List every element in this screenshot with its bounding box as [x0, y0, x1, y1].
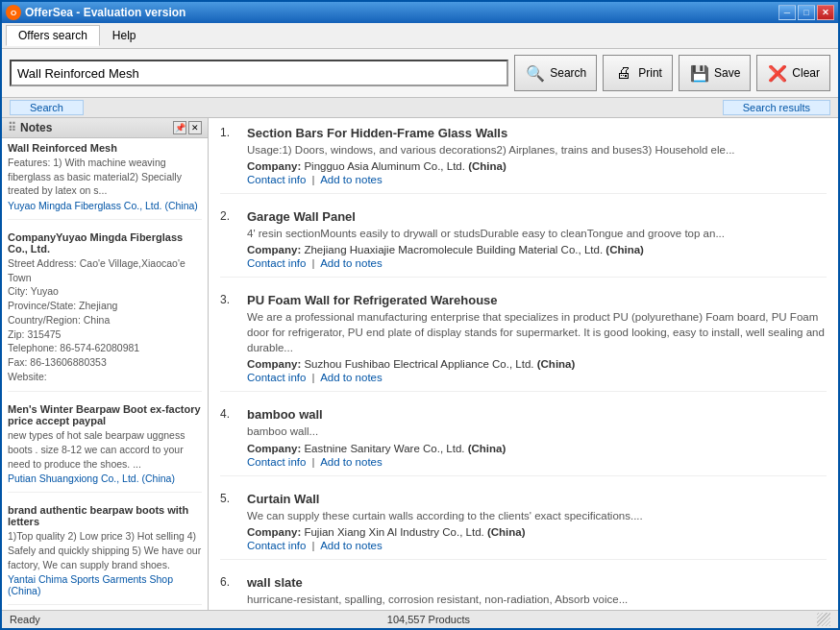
status-ready: Ready: [10, 614, 40, 625]
result-item-3: 4. bamboo wall bamboo wall... Company: E…: [220, 407, 827, 475]
contact-info-link-1[interactable]: Contact info: [247, 257, 306, 269]
save-icon: 💾: [689, 62, 710, 84]
tab-offers-search[interactable]: Offers search: [6, 25, 100, 46]
note-title-1: CompanyYuyao Mingda Fiberglass Co., Ltd.: [8, 231, 202, 254]
note-item-0: Wall Reinforced Mesh Features: 1) With m…: [8, 142, 202, 220]
print-button[interactable]: 🖨 Print: [603, 55, 673, 91]
minimize-button[interactable]: ─: [778, 5, 796, 20]
toolbar: 🔍 Search 🖨 Print 💾 Save ❌ Clear: [2, 49, 838, 98]
titlebar: O OfferSea - Evaluation version ─ □ ✕: [2, 2, 838, 23]
result-content-5: wall slate hurricane-resistant, spalling…: [247, 575, 827, 610]
link-sep-1: |: [312, 257, 315, 269]
result-item-5: 6. wall slate hurricane-resistant, spall…: [220, 575, 827, 610]
clear-label: Clear: [792, 66, 820, 80]
company-country-2: (China): [537, 358, 576, 370]
search-button[interactable]: 🔍 Search: [514, 55, 597, 91]
result-links-2: Contact info | Add to notes: [247, 372, 827, 383]
contact-info-link-2[interactable]: Contact info: [247, 372, 306, 383]
result-company-1: Company: Zhejiang Huaxiajie Macromolecul…: [247, 244, 827, 255]
add-to-notes-link-0[interactable]: Add to notes: [320, 174, 383, 185]
clear-icon: ❌: [767, 62, 788, 84]
note-body-3: 1)Top quality 2) Low price 3) Hot sellin…: [8, 529, 202, 571]
search-input[interactable]: [10, 60, 508, 86]
contact-info-link-0[interactable]: Contact info: [247, 174, 306, 185]
clear-button[interactable]: ❌ Clear: [756, 55, 830, 91]
app-window: O OfferSea - Evaluation version ─ □ ✕ Of…: [0, 0, 840, 630]
company-name-1: Zhejiang Huaxiajie Macromolecule Buildin…: [304, 244, 603, 255]
search-icon: 🔍: [525, 62, 546, 84]
search-tab-label[interactable]: Search: [10, 100, 84, 115]
result-content-3: bamboo wall bamboo wall... Company: East…: [247, 407, 827, 467]
contact-info-link-4[interactable]: Contact info: [247, 540, 306, 551]
result-company-0: Company: Pingguo Asia Aluminum Co., Ltd.…: [247, 160, 827, 172]
company-name-3: Eastnine Sanitary Ware Co., Ltd.: [304, 443, 464, 454]
tab-help[interactable]: Help: [100, 25, 149, 46]
maximize-button[interactable]: □: [798, 5, 815, 20]
result-content-2: PU Foam Wall for Refrigerated Warehouse …: [247, 293, 827, 383]
app-icon: O: [6, 5, 21, 20]
result-content-4: Curtain Wall We can supply these curtain…: [247, 492, 827, 551]
result-desc-3: bamboo wall...: [247, 424, 827, 439]
note-company-2: Putian Shuangxiong Co., Ltd. (China): [8, 472, 202, 484]
search-label: Search: [550, 66, 586, 80]
save-button[interactable]: 💾 Save: [679, 55, 751, 91]
company-label-4: Company:: [247, 526, 301, 538]
result-links-0: Contact info | Add to notes: [247, 174, 827, 185]
note-body-1: Street Address: Cao'e Village,Xiaocao'e …: [8, 256, 202, 383]
result-num-5: 6.: [220, 575, 239, 610]
window-title: OfferSea - Evaluation version: [25, 6, 185, 19]
link-sep-4: |: [312, 540, 315, 551]
result-num-1: 2.: [220, 209, 239, 269]
note-title-0: Wall Reinforced Mesh: [8, 142, 202, 154]
notes-header-left: ⠿ Notes: [8, 121, 52, 134]
result-desc-0: Usage:1) Doors, windows, and various dec…: [247, 142, 827, 158]
result-content-1: Garage Wall Panel 4' resin sectionMounts…: [247, 209, 827, 269]
link-sep-3: |: [312, 456, 315, 468]
resize-grip[interactable]: [817, 613, 830, 626]
add-to-notes-link-2[interactable]: Add to notes: [320, 372, 383, 383]
result-desc-2: We are a professional manufacturing ente…: [247, 309, 827, 355]
notes-pin-button[interactable]: 📌: [173, 121, 186, 134]
result-item-2: 3. PU Foam Wall for Refrigerated Warehou…: [220, 293, 827, 392]
result-links-1: Contact info | Add to notes: [247, 257, 827, 269]
add-to-notes-link-3[interactable]: Add to notes: [320, 456, 383, 468]
result-title-2: PU Foam Wall for Refrigerated Warehouse: [247, 293, 827, 307]
note-body-0: Features: 1) With machine weaving fiberg…: [8, 156, 202, 198]
result-title-1: Garage Wall Panel: [247, 209, 827, 224]
result-company-2: Company: Suzhou Fushibao Electrical Appl…: [247, 358, 827, 370]
link-sep-2: |: [312, 372, 315, 383]
company-country-0: (China): [468, 160, 506, 172]
notes-content: Wall Reinforced Mesh Features: 1) With m…: [2, 138, 208, 610]
company-label-0: Company:: [247, 160, 301, 172]
note-title-3: brand authentic bearpaw boots with lette…: [8, 504, 202, 527]
menubar: Offers search Help: [2, 23, 838, 49]
results-tab-label[interactable]: Search results: [723, 100, 830, 115]
results-scroll[interactable]: 1. Section Bars For Hidden-Frame Glass W…: [209, 118, 838, 610]
company-label-1: Company:: [247, 244, 301, 255]
note-company-3: Yantai Chima Sports Garments Shop (China…: [8, 573, 202, 596]
result-title-4: Curtain Wall: [247, 492, 827, 506]
close-button[interactable]: ✕: [817, 5, 834, 20]
add-to-notes-link-4[interactable]: Add to notes: [320, 540, 383, 551]
titlebar-buttons: ─ □ ✕: [778, 5, 834, 20]
note-item-1: CompanyYuyao Mingda Fiberglass Co., Ltd.…: [8, 231, 202, 392]
titlebar-left: O OfferSea - Evaluation version: [6, 5, 185, 20]
company-country-1: (China): [605, 244, 644, 255]
result-num-3: 4.: [220, 407, 239, 467]
result-item-1: 2. Garage Wall Panel 4' resin sectionMou…: [220, 209, 827, 278]
company-country-3: (China): [468, 443, 506, 454]
contact-info-link-3[interactable]: Contact info: [247, 456, 306, 468]
result-company-3: Company: Eastnine Sanitary Ware Co., Ltd…: [247, 443, 827, 454]
result-num-2: 3.: [220, 293, 239, 383]
note-company-0: Yuyao Mingda Fiberglass Co., Ltd. (China…: [8, 200, 202, 211]
result-num-0: 1.: [220, 126, 239, 185]
add-to-notes-link-1[interactable]: Add to notes: [320, 257, 383, 269]
notes-close-button[interactable]: ✕: [188, 121, 202, 134]
result-links-4: Contact info | Add to notes: [247, 540, 827, 551]
notes-header-btns: 📌 ✕: [173, 121, 202, 134]
print-icon: 🖨: [613, 62, 634, 84]
result-title-0: Section Bars For Hidden-Frame Glass Wall…: [247, 126, 827, 140]
result-company-4: Company: Fujian Xiang Xin Al Industry Co…: [247, 526, 827, 538]
result-item-4: 5. Curtain Wall We can supply these curt…: [220, 492, 827, 560]
notes-grip-icon: ⠿: [8, 121, 16, 134]
